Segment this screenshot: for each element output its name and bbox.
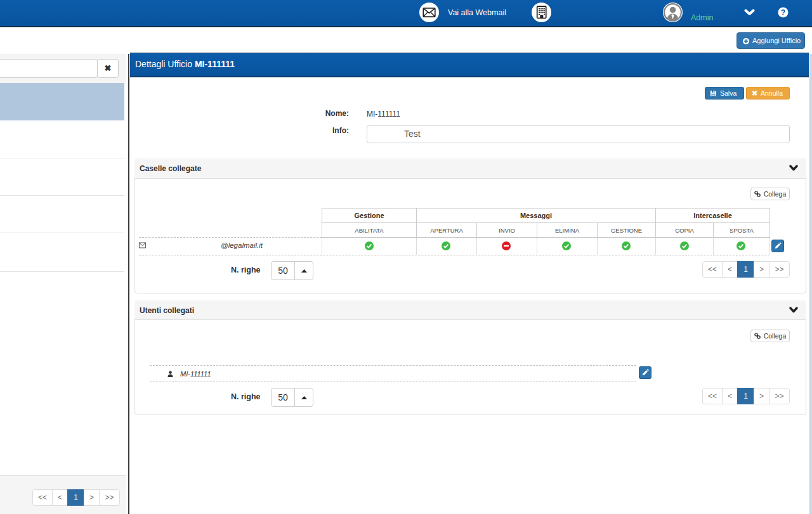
svg-text:?: ? <box>781 8 785 17</box>
